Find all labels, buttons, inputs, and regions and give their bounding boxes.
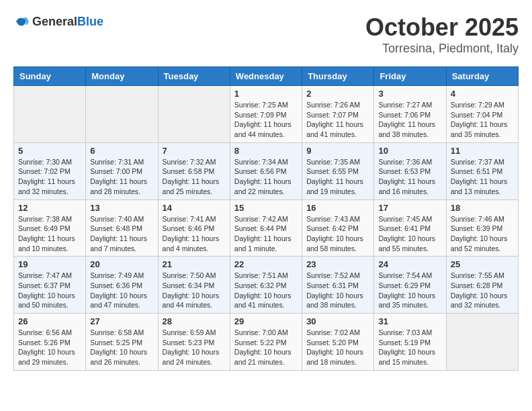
calendar-cell: 31Sunrise: 7:03 AM Sunset: 5:19 PM Dayli…	[374, 314, 446, 371]
calendar-cell: 15Sunrise: 7:42 AM Sunset: 6:44 PM Dayli…	[230, 199, 302, 257]
logo-text: GeneralBlue	[32, 15, 103, 29]
month-title: October 2025	[365, 13, 519, 42]
calendar-cell: 28Sunrise: 6:59 AM Sunset: 5:23 PM Dayli…	[158, 314, 230, 371]
day-info: Sunrise: 7:45 AM Sunset: 6:41 PM Dayligh…	[378, 214, 441, 254]
day-info: Sunrise: 7:47 AM Sunset: 6:37 PM Dayligh…	[18, 271, 81, 310]
day-number: 28	[163, 316, 226, 326]
day-number: 25	[451, 259, 514, 269]
day-info: Sunrise: 7:40 AM Sunset: 6:48 PM Dayligh…	[90, 214, 153, 254]
day-info: Sunrise: 7:49 AM Sunset: 6:36 PM Dayligh…	[90, 271, 153, 310]
day-info: Sunrise: 7:46 AM Sunset: 6:39 PM Dayligh…	[451, 214, 514, 254]
calendar-cell: 26Sunrise: 6:56 AM Sunset: 5:26 PM Dayli…	[14, 314, 86, 371]
day-info: Sunrise: 7:43 AM Sunset: 6:42 PM Dayligh…	[306, 214, 369, 254]
calendar-cell: 21Sunrise: 7:50 AM Sunset: 6:34 PM Dayli…	[158, 257, 230, 314]
calendar-table: SundayMondayTuesdayWednesdayThursdayFrid…	[13, 66, 519, 371]
calendar-cell: 24Sunrise: 7:54 AM Sunset: 6:29 PM Dayli…	[374, 257, 446, 314]
week-row-5: 26Sunrise: 6:56 AM Sunset: 5:26 PM Dayli…	[14, 314, 519, 371]
calendar-cell: 3Sunrise: 7:27 AM Sunset: 7:06 PM Daylig…	[374, 86, 446, 143]
calendar-cell: 12Sunrise: 7:38 AM Sunset: 6:49 PM Dayli…	[14, 199, 86, 257]
week-row-2: 5Sunrise: 7:30 AM Sunset: 7:02 PM Daylig…	[14, 142, 519, 199]
day-number: 20	[90, 259, 153, 269]
day-number: 6	[90, 146, 153, 156]
calendar-cell: 17Sunrise: 7:45 AM Sunset: 6:41 PM Dayli…	[374, 199, 446, 257]
day-number: 18	[451, 203, 514, 213]
day-info: Sunrise: 6:56 AM Sunset: 5:26 PM Dayligh…	[18, 328, 81, 367]
day-number: 26	[18, 316, 81, 326]
day-number: 10	[378, 146, 441, 156]
day-info: Sunrise: 7:27 AM Sunset: 7:06 PM Dayligh…	[378, 100, 441, 140]
day-number: 9	[306, 146, 369, 156]
calendar-cell: 1Sunrise: 7:25 AM Sunset: 7:09 PM Daylig…	[230, 86, 302, 143]
weekday-header-friday: Friday	[374, 67, 446, 86]
calendar-cell: 6Sunrise: 7:31 AM Sunset: 7:00 PM Daylig…	[86, 142, 158, 199]
day-info: Sunrise: 7:50 AM Sunset: 6:34 PM Dayligh…	[163, 271, 226, 310]
calendar-cell: 29Sunrise: 7:00 AM Sunset: 5:22 PM Dayli…	[230, 314, 302, 371]
logo-general: General	[32, 15, 77, 28]
calendar-cell: 8Sunrise: 7:34 AM Sunset: 6:56 PM Daylig…	[230, 142, 302, 199]
calendar-cell: 5Sunrise: 7:30 AM Sunset: 7:02 PM Daylig…	[14, 142, 86, 199]
day-info: Sunrise: 7:32 AM Sunset: 6:58 PM Dayligh…	[163, 157, 226, 197]
day-info: Sunrise: 7:31 AM Sunset: 7:00 PM Dayligh…	[90, 157, 153, 197]
day-info: Sunrise: 7:03 AM Sunset: 5:19 PM Dayligh…	[378, 328, 441, 367]
day-number: 12	[18, 203, 81, 213]
day-number: 1	[234, 89, 298, 99]
calendar-cell: 13Sunrise: 7:40 AM Sunset: 6:48 PM Dayli…	[86, 199, 158, 257]
calendar-cell: 7Sunrise: 7:32 AM Sunset: 6:58 PM Daylig…	[158, 142, 230, 199]
day-info: Sunrise: 7:26 AM Sunset: 7:07 PM Dayligh…	[306, 100, 369, 140]
week-row-3: 12Sunrise: 7:38 AM Sunset: 6:49 PM Dayli…	[14, 199, 519, 257]
day-number: 2	[306, 89, 369, 99]
day-number: 27	[90, 316, 153, 326]
location-title: Torresina, Piedmont, Italy	[365, 42, 519, 56]
day-number: 14	[163, 203, 226, 213]
day-number: 31	[378, 316, 441, 326]
weekday-header-sunday: Sunday	[14, 67, 86, 86]
day-number: 29	[234, 316, 298, 326]
header: GeneralBlue October 2025 Torresina, Pied…	[13, 13, 519, 56]
calendar-cell: 23Sunrise: 7:52 AM Sunset: 6:31 PM Dayli…	[302, 257, 374, 314]
calendar-cell	[446, 314, 518, 371]
day-number: 13	[90, 203, 153, 213]
weekday-header-thursday: Thursday	[302, 67, 374, 86]
week-row-4: 19Sunrise: 7:47 AM Sunset: 6:37 PM Dayli…	[14, 257, 519, 314]
day-info: Sunrise: 7:52 AM Sunset: 6:31 PM Dayligh…	[306, 271, 369, 310]
day-info: Sunrise: 7:35 AM Sunset: 6:55 PM Dayligh…	[306, 157, 369, 197]
calendar-cell: 11Sunrise: 7:37 AM Sunset: 6:51 PM Dayli…	[446, 142, 518, 199]
weekday-header-tuesday: Tuesday	[158, 67, 230, 86]
calendar-cell: 10Sunrise: 7:36 AM Sunset: 6:53 PM Dayli…	[374, 142, 446, 199]
day-number: 5	[18, 146, 81, 156]
day-info: Sunrise: 7:29 AM Sunset: 7:04 PM Dayligh…	[451, 100, 514, 140]
day-info: Sunrise: 7:36 AM Sunset: 6:53 PM Dayligh…	[378, 157, 441, 197]
day-info: Sunrise: 7:38 AM Sunset: 6:49 PM Dayligh…	[18, 214, 81, 254]
calendar-cell: 22Sunrise: 7:51 AM Sunset: 6:32 PM Dayli…	[230, 257, 302, 314]
calendar-cell: 25Sunrise: 7:55 AM Sunset: 6:28 PM Dayli…	[446, 257, 518, 314]
day-info: Sunrise: 7:02 AM Sunset: 5:20 PM Dayligh…	[306, 328, 369, 367]
calendar-cell	[14, 86, 86, 143]
day-info: Sunrise: 7:25 AM Sunset: 7:09 PM Dayligh…	[234, 100, 298, 140]
day-info: Sunrise: 7:30 AM Sunset: 7:02 PM Dayligh…	[18, 157, 81, 197]
day-info: Sunrise: 7:42 AM Sunset: 6:44 PM Dayligh…	[234, 214, 298, 254]
calendar-cell: 30Sunrise: 7:02 AM Sunset: 5:20 PM Dayli…	[302, 314, 374, 371]
calendar-cell: 18Sunrise: 7:46 AM Sunset: 6:39 PM Dayli…	[446, 199, 518, 257]
day-info: Sunrise: 7:00 AM Sunset: 5:22 PM Dayligh…	[234, 328, 298, 367]
calendar-cell: 4Sunrise: 7:29 AM Sunset: 7:04 PM Daylig…	[446, 86, 518, 143]
weekday-header-wednesday: Wednesday	[230, 67, 302, 86]
day-number: 11	[451, 146, 514, 156]
day-info: Sunrise: 7:54 AM Sunset: 6:29 PM Dayligh…	[378, 271, 441, 310]
day-number: 23	[306, 259, 369, 269]
week-row-1: 1Sunrise: 7:25 AM Sunset: 7:09 PM Daylig…	[14, 86, 519, 143]
day-info: Sunrise: 7:41 AM Sunset: 6:46 PM Dayligh…	[163, 214, 226, 254]
day-info: Sunrise: 7:34 AM Sunset: 6:56 PM Dayligh…	[234, 157, 298, 197]
day-number: 4	[451, 89, 514, 99]
weekday-header-saturday: Saturday	[446, 67, 518, 86]
calendar-cell: 16Sunrise: 7:43 AM Sunset: 6:42 PM Dayli…	[302, 199, 374, 257]
day-info: Sunrise: 7:55 AM Sunset: 6:28 PM Dayligh…	[451, 271, 514, 310]
calendar-cell: 19Sunrise: 7:47 AM Sunset: 6:37 PM Dayli…	[14, 257, 86, 314]
day-number: 30	[306, 316, 369, 326]
day-info: Sunrise: 6:59 AM Sunset: 5:23 PM Dayligh…	[163, 328, 226, 367]
day-number: 22	[234, 259, 298, 269]
calendar-cell	[86, 86, 158, 143]
weekday-header-monday: Monday	[86, 67, 158, 86]
calendar-cell: 27Sunrise: 6:58 AM Sunset: 5:25 PM Dayli…	[86, 314, 158, 371]
day-info: Sunrise: 7:37 AM Sunset: 6:51 PM Dayligh…	[451, 157, 514, 197]
day-number: 21	[163, 259, 226, 269]
